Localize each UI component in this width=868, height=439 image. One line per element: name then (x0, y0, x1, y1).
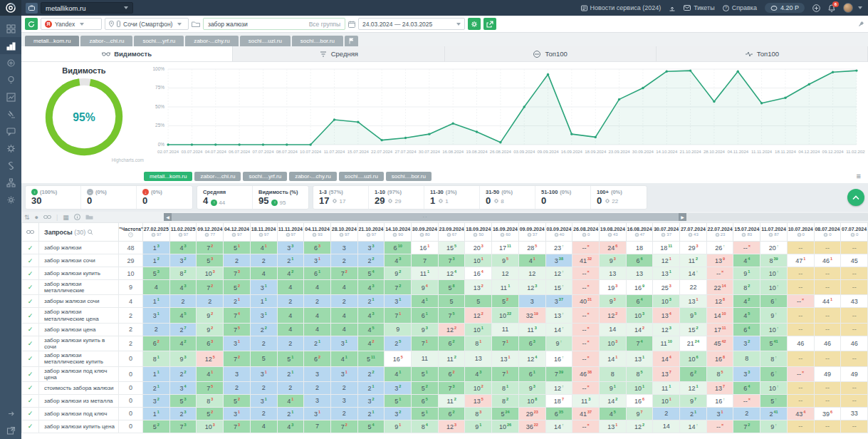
sidebar-item-auction[interactable] (0, 105, 21, 123)
position-cell[interactable]: -- (841, 242, 868, 254)
position-cell[interactable]: 124 (518, 351, 545, 366)
position-cell[interactable]: 43 (169, 242, 197, 254)
position-cell[interactable]: 108 (518, 394, 545, 407)
date-column-header[interactable]: 27.02.202597 (143, 223, 170, 242)
position-cell[interactable]: -- (787, 242, 814, 254)
position-cell[interactable]: 72 (197, 280, 224, 295)
query-filter-input[interactable]: забор жалюзи Все группы (203, 18, 345, 30)
flag-tab-button[interactable] (345, 36, 358, 46)
position-cell[interactable]: 9 (385, 323, 412, 336)
query-text[interactable]: забор жалюзи сочи (39, 254, 119, 267)
tab-top100-3[interactable]: Топ100 (657, 46, 868, 61)
position-cell[interactable]: 45 (733, 308, 760, 323)
position-cell[interactable]: -- (841, 280, 868, 295)
position-cell[interactable]: 3622 (518, 420, 545, 433)
position-cell[interactable]: 91 (385, 420, 412, 433)
position-cell[interactable]: 2 (250, 407, 277, 420)
position-cell[interactable]: 31 (250, 280, 277, 295)
position-cell[interactable]: 2 (304, 295, 331, 308)
position-cell[interactable]: 61 (518, 366, 545, 381)
position-cell[interactable]: 11 (143, 295, 170, 308)
position-cell[interactable]: 1711 (706, 323, 733, 336)
query-text[interactable]: забор жалюзи под ключ цена (39, 366, 119, 381)
export-button[interactable] (483, 18, 496, 30)
position-cell[interactable]: 81 (143, 351, 170, 366)
query-check[interactable]: ✓ (22, 295, 39, 308)
position-cell[interactable]: 134 (653, 308, 680, 323)
position-cell[interactable]: 33 (841, 407, 868, 420)
position-cell[interactable]: 152 (680, 323, 707, 336)
position-cell[interactable]: 2 (250, 254, 277, 267)
position-cell[interactable]: 49 (814, 366, 841, 381)
sidebar-item-trend[interactable] (0, 88, 21, 105)
position-cell[interactable]: 21 (357, 381, 385, 394)
position-cell[interactable]: 46 (814, 336, 841, 351)
position-cell[interactable]: --× (572, 242, 600, 254)
summary-card-100[interactable]: ↑(100%)30 (26, 186, 81, 209)
position-cell[interactable]: 93 (518, 381, 545, 394)
position-cell[interactable]: 45 (357, 323, 385, 336)
position-cell[interactable]: 113 (572, 394, 600, 407)
position-cell[interactable]: 12 (143, 254, 170, 267)
position-cell[interactable]: 4 (277, 323, 304, 336)
date-column-header[interactable]: 09.09.202437 (518, 223, 545, 242)
position-cell[interactable]: -- (787, 280, 814, 295)
position-cell[interactable]: 33 (357, 242, 385, 254)
position-cell[interactable]: 113 (518, 323, 545, 336)
position-cell[interactable]: 93 (412, 323, 439, 336)
position-cell[interactable]: 32 (385, 407, 412, 420)
position-cell[interactable]: 91 (465, 420, 492, 433)
position-cell[interactable]: 14↑ (680, 267, 707, 280)
position-cell[interactable]: 11 (143, 407, 170, 420)
position-cell[interactable]: 524 (492, 407, 519, 420)
position-cell[interactable]: 51 (412, 407, 439, 420)
position-cell[interactable]: 2 (330, 381, 357, 394)
position-cell[interactable]: 74 (626, 336, 653, 351)
position-cell[interactable]: 14 (599, 323, 626, 336)
position-cell[interactable]: 155 (438, 242, 465, 254)
position-cell[interactable]: 101 (653, 394, 680, 407)
position-cell[interactable]: 62 (438, 366, 465, 381)
position-cell[interactable]: 511 (357, 351, 385, 366)
position-cell[interactable]: 23 (169, 407, 197, 420)
position-cell[interactable]: 112 (438, 351, 465, 366)
position-cell[interactable]: 3 (330, 394, 357, 407)
position-cell[interactable]: 13 (143, 242, 170, 254)
position-cell[interactable]: 16↑ (706, 394, 733, 407)
position-cell[interactable]: 43 (385, 254, 412, 267)
position-cell[interactable]: 31 (304, 407, 331, 420)
legend-domain-2[interactable]: sochi....yrf.ru (243, 172, 287, 181)
position-cell[interactable]: 2 (330, 407, 357, 420)
position-cell[interactable]: 52 (197, 407, 224, 420)
position-cell[interactable]: --× (572, 308, 600, 323)
query-check[interactable]: ✓ (22, 336, 39, 351)
position-cell[interactable]: --× (706, 267, 733, 280)
date-column-header[interactable]: 09.12.202477 (197, 223, 224, 242)
position-cell[interactable]: 4 (330, 280, 357, 295)
position-cell[interactable]: -- (841, 308, 868, 323)
position-cell[interactable]: 49 (841, 366, 868, 381)
position-cell[interactable]: 3 (304, 366, 331, 381)
position-cell[interactable]: 285 (518, 242, 545, 254)
position-cell[interactable]: 72 (330, 267, 357, 280)
summary-card-0[interactable]: –(0%)0 (81, 186, 137, 209)
position-cell[interactable]: 103 (197, 267, 224, 280)
position-cell[interactable]: 22 (169, 366, 197, 381)
position-cell[interactable]: 3 (304, 394, 331, 407)
position-cell[interactable]: 1022 (492, 308, 519, 323)
position-cell[interactable]: 45 (169, 308, 197, 323)
position-cell[interactable]: 94 (412, 280, 439, 295)
position-cell[interactable]: 73 (169, 420, 197, 433)
position-cell[interactable]: 161 (412, 242, 439, 254)
calendar-icon[interactable] (348, 21, 355, 28)
position-cell[interactable]: --× (572, 381, 600, 394)
position-cell[interactable]: 2 (733, 407, 760, 420)
query-text[interactable]: забор жалюзи металлические (39, 280, 119, 295)
position-cell[interactable]: --× (572, 351, 600, 366)
position-cell[interactable]: 34 (169, 381, 197, 394)
info-icon[interactable] (74, 214, 80, 220)
project-icon[interactable] (26, 3, 38, 14)
position-cell[interactable]: 61 (412, 308, 439, 323)
position-cell[interactable]: 121 (680, 381, 707, 394)
domain-tab-2[interactable]: sochi....yrf.ru (134, 36, 184, 46)
